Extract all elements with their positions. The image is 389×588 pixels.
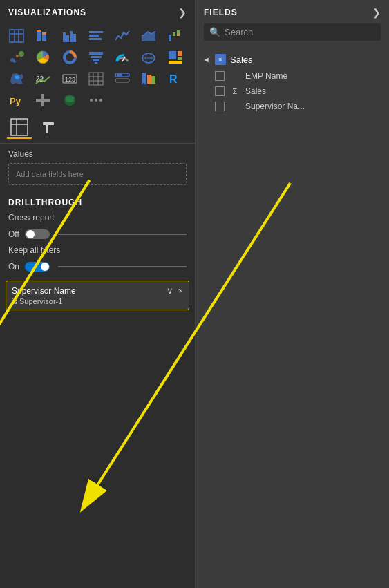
svg-point-61	[95, 99, 97, 102]
drillthrough-title: DRILLTHROUGH	[0, 191, 195, 211]
sales-label: Sales	[245, 86, 266, 96]
sales-group-header[interactable]: ◄ ≡ Sales	[196, 50, 389, 68]
svg-rect-5	[37, 30, 41, 32]
filter-card-subtitle: is Supervisor-1	[12, 297, 183, 305]
svg-rect-38	[169, 61, 182, 64]
donut-viz-icon[interactable]	[59, 48, 81, 67]
viz-grid: 22 123 R Py	[0, 23, 195, 113]
search-input[interactable]	[225, 27, 375, 37]
fields-tree: ◄ ≡ Sales EMP Name Σ Sales	[196, 48, 389, 118]
svg-rect-28	[91, 56, 102, 58]
fields-chevron[interactable]: ❯	[372, 7, 381, 18]
search-box[interactable]: 🔍	[204, 23, 381, 41]
custom1-viz-icon[interactable]	[32, 91, 54, 110]
keep-filters-label: Keep all filters	[8, 245, 187, 255]
map-viz-icon[interactable]	[137, 48, 160, 67]
pie-viz-icon[interactable]	[32, 48, 54, 67]
kpi-viz-icon[interactable]: 22	[32, 69, 54, 88]
sales-sigma-icon: Σ	[230, 87, 240, 95]
keep-filters-toggle[interactable]	[25, 261, 50, 272]
slicer-viz-icon[interactable]	[111, 69, 133, 88]
keep-filters-track[interactable]	[25, 262, 50, 272]
globe3-viz-icon[interactable]	[59, 91, 81, 110]
filter-card-close[interactable]: ×	[178, 285, 183, 296]
python-viz-icon[interactable]: Py	[6, 91, 28, 110]
svg-rect-54	[151, 76, 155, 84]
sales-group-arrow: ◄	[202, 55, 211, 64]
cross-report-knob	[26, 230, 35, 238]
filter-card-name: Supervisor Name	[12, 286, 76, 296]
format-properties-tab[interactable]	[37, 117, 62, 139]
svg-rect-19	[177, 34, 180, 36]
svg-rect-67	[46, 122, 48, 133]
svg-rect-30	[95, 62, 97, 64]
line-chart-viz-icon[interactable]	[111, 26, 133, 46]
cross-report-row: Cross-report	[0, 211, 195, 227]
filter-card-chevron[interactable]: ∨	[167, 285, 173, 296]
funnel-viz-icon[interactable]	[85, 48, 107, 67]
supervisor-name-label: Supervisor Na...	[245, 102, 305, 111]
sales-checkbox[interactable]	[215, 86, 225, 96]
search-icon: 🔍	[209, 27, 220, 37]
filled-map-viz-icon[interactable]	[6, 69, 28, 88]
emp-name-checkbox[interactable]	[215, 71, 225, 81]
svg-text:123: 123	[65, 76, 75, 83]
sales-group: ◄ ≡ Sales EMP Name Σ Sales	[196, 50, 389, 114]
svg-rect-27	[89, 52, 103, 55]
stacked-bar-viz-icon[interactable]	[32, 26, 54, 46]
area-chart-viz-icon[interactable]	[137, 26, 160, 46]
svg-rect-18	[177, 30, 180, 34]
values-label: Values	[8, 149, 187, 159]
visualizations-header: VISUALIZATIONS ❯	[0, 0, 195, 23]
cross-report-label: Cross-report	[8, 213, 187, 222]
svg-text:R: R	[169, 73, 178, 85]
emp-name-item[interactable]: EMP Name	[196, 68, 389, 84]
svg-rect-11	[73, 34, 76, 42]
fields-properties-tab[interactable]	[7, 117, 32, 139]
fields-title: FIELDS	[204, 8, 238, 17]
bar-chart-viz-icon[interactable]	[85, 26, 107, 46]
svg-rect-53	[147, 75, 151, 84]
svg-rect-42	[89, 73, 103, 85]
svg-point-21	[16, 55, 19, 57]
supervisor-name-item[interactable]: Supervisor Na...	[196, 99, 389, 114]
svg-point-60	[90, 99, 93, 102]
svg-rect-50	[142, 73, 146, 84]
svg-point-23	[13, 60, 16, 63]
svg-rect-63	[11, 119, 28, 135]
left-panel: VISUALIZATIONS ❯	[0, 0, 196, 588]
supervisor-name-checkbox[interactable]	[215, 102, 225, 111]
cross-report-track[interactable]	[25, 229, 50, 239]
svg-rect-36	[178, 51, 182, 56]
table-viz-icon[interactable]	[6, 26, 28, 46]
scatter-viz-icon[interactable]	[6, 48, 28, 67]
keep-filters-knob	[41, 263, 49, 271]
cross-report-toggle[interactable]	[25, 229, 50, 240]
svg-rect-12	[89, 31, 103, 33]
svg-rect-16	[169, 35, 171, 41]
svg-rect-10	[70, 31, 73, 42]
svg-point-22	[19, 51, 24, 57]
viz-tabs	[0, 113, 195, 144]
more-viz-icon[interactable]	[85, 91, 107, 110]
treemap-viz-icon[interactable]	[164, 48, 187, 67]
values-drop-zone[interactable]: Add data fields here	[8, 163, 187, 185]
filter-card-actions: ∨ ×	[167, 285, 183, 296]
svg-rect-9	[66, 35, 69, 42]
svg-rect-14	[89, 38, 102, 40]
svg-point-62	[99, 99, 102, 102]
visualizations-chevron[interactable]: ❯	[178, 7, 187, 18]
clustered-bar-viz-icon[interactable]	[59, 26, 81, 46]
gauge-viz-icon[interactable]	[111, 48, 133, 67]
waterfall-viz-icon[interactable]	[164, 26, 187, 46]
matrix-viz-icon[interactable]	[85, 69, 107, 88]
svg-rect-37	[178, 57, 182, 60]
sales-item[interactable]: Σ Sales	[196, 84, 389, 99]
svg-rect-0	[10, 30, 23, 42]
card-viz-icon[interactable]: 123	[59, 69, 81, 88]
ribbon-viz-icon[interactable]	[137, 69, 160, 88]
svg-rect-4	[37, 32, 41, 41]
svg-text:Py: Py	[10, 96, 21, 106]
r-script-viz-icon[interactable]: R	[164, 69, 187, 88]
svg-rect-7	[42, 32, 46, 35]
